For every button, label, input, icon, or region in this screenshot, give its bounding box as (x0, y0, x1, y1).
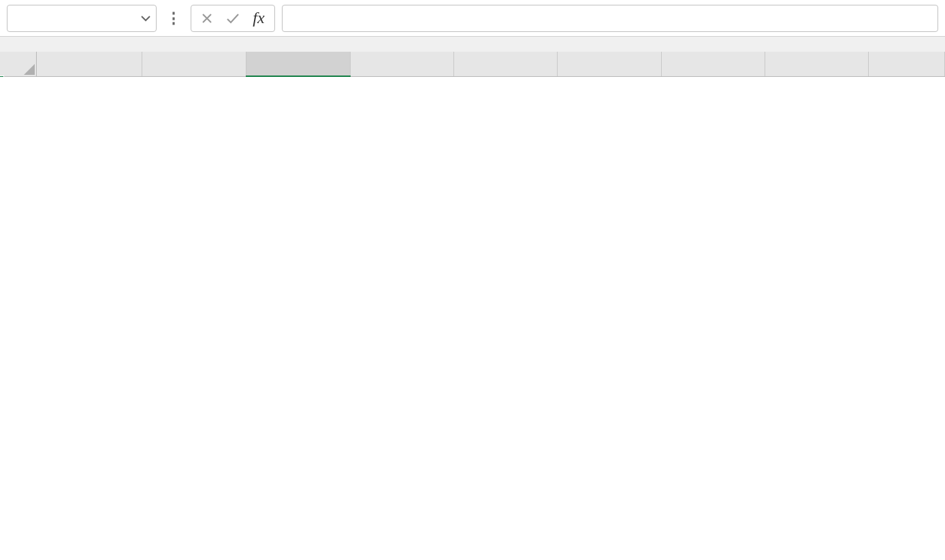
corner-triangle-icon (24, 64, 35, 75)
vertical-dots-icon[interactable]: ⋮ (163, 10, 184, 27)
formula-bar-buttons: fx (191, 5, 275, 32)
formula-bar-area: ⋮ fx (0, 0, 945, 37)
col-header-G[interactable] (662, 52, 765, 76)
chevron-down-icon[interactable] (141, 13, 150, 24)
col-header-D[interactable] (351, 52, 454, 76)
select-all-corner[interactable] (0, 52, 37, 76)
name-box[interactable] (7, 5, 157, 32)
col-header-B[interactable] (142, 52, 246, 76)
cancel-icon[interactable] (198, 12, 216, 24)
fx-icon[interactable]: fx (250, 9, 268, 27)
sheet-table (0, 52, 945, 77)
col-header-F[interactable] (558, 52, 662, 76)
gray-band (0, 37, 945, 52)
col-header-E[interactable] (454, 52, 558, 76)
col-header-C[interactable] (246, 52, 351, 76)
col-header-I[interactable] (868, 52, 944, 76)
spreadsheet-grid (0, 52, 945, 77)
col-header-H[interactable] (765, 52, 869, 76)
enter-icon[interactable] (224, 12, 242, 24)
col-header-A[interactable] (37, 52, 142, 76)
formula-input[interactable] (282, 5, 938, 32)
